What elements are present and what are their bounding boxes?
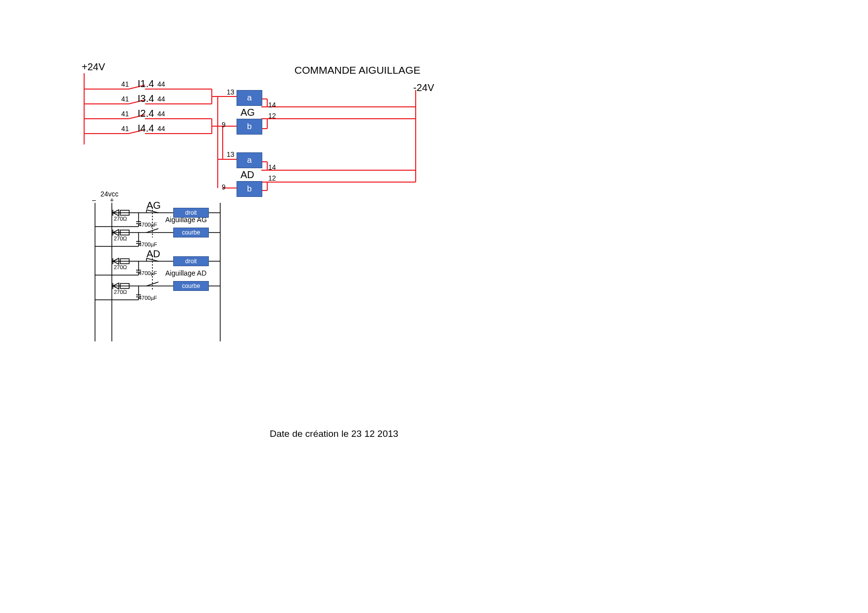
- btn-ag-droit: droit: [173, 208, 209, 218]
- relay-ag-p14: 14: [268, 101, 276, 109]
- relay-ag-p9: 9: [222, 121, 226, 129]
- c-ag-2: 4700µF: [139, 241, 157, 247]
- contact-3-ref: I2.4: [138, 108, 154, 119]
- relay-ad-p14: 14: [268, 163, 276, 171]
- r-ag-2: 270Ω: [114, 236, 127, 241]
- relay-ag-name: AG: [241, 107, 255, 118]
- contact-3-left: 41: [121, 110, 129, 118]
- contact-1-right: 44: [157, 80, 165, 88]
- c-ad-2: 4700µF: [139, 295, 157, 301]
- footer-date: Date de création le 23 12 2013: [270, 428, 398, 439]
- relay-ad-p13: 13: [227, 150, 235, 158]
- section-ag-name: AG: [146, 200, 161, 211]
- section-ad-name: AD: [146, 248, 160, 260]
- r-ad-2: 270Ω: [114, 289, 127, 295]
- rail-neg-label: -24V: [413, 82, 434, 94]
- relay-ad-b: b: [237, 181, 262, 197]
- contact-1-left: 41: [121, 80, 129, 88]
- diagram-title: COMMANDE AIGUILLAGE: [294, 64, 420, 76]
- relay-ag-p13: 13: [227, 88, 235, 96]
- relay-ad-p9: 9: [222, 183, 226, 191]
- contact-4-left: 41: [121, 125, 129, 133]
- relay-ad-name: AD: [241, 169, 254, 181]
- section-ad-desc: Aiguillage AD: [165, 269, 206, 277]
- r-ag-1: 270Ω: [114, 216, 127, 222]
- c-ag-1: 4700µF: [139, 222, 157, 228]
- contact-2-ref: I3.4: [138, 93, 154, 104]
- relay-ad-a: a: [237, 152, 262, 168]
- contact-2-right: 44: [157, 95, 165, 103]
- c-ad-1: 4700µF: [139, 270, 157, 276]
- contact-3-right: 44: [157, 110, 165, 118]
- r-ad-1: 270Ω: [114, 264, 127, 270]
- relay-ad-p12: 12: [268, 174, 276, 182]
- contact-2-left: 41: [121, 95, 129, 103]
- btn-ad-droit: droit: [173, 256, 209, 266]
- contact-1-ref: I1.4: [138, 78, 154, 90]
- btn-ad-courbe: courbe: [173, 281, 209, 291]
- dc-plus: +: [110, 196, 114, 204]
- relay-ag-b: b: [237, 119, 262, 135]
- contact-4-right: 44: [157, 125, 165, 133]
- btn-ag-courbe: courbe: [173, 228, 209, 237]
- rail-pos-label: +24V: [82, 61, 105, 73]
- relay-ag-a: a: [237, 90, 262, 106]
- relay-ag-p12: 12: [268, 112, 276, 120]
- contact-4-ref: I4.4: [138, 123, 154, 134]
- dc-minus: –: [92, 196, 96, 204]
